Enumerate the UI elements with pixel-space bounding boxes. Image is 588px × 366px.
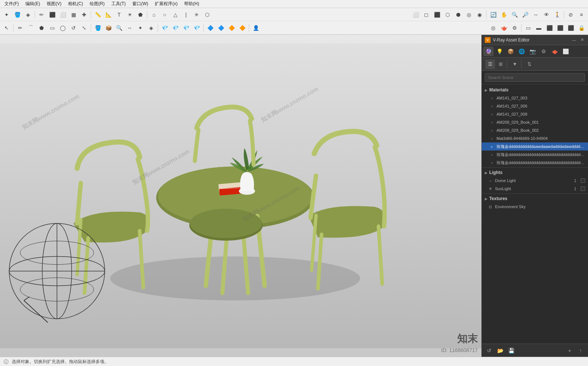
tb-box2[interactable]: ⬜ xyxy=(58,10,68,20)
tb-iso[interactable]: ≡ xyxy=(576,10,587,20)
menu-file[interactable]: 文件(F) xyxy=(1,0,22,8)
tab-camera[interactable]: 📷 xyxy=(527,47,538,56)
tb2-r7[interactable]: ⬛ xyxy=(555,23,565,33)
panel-btn-refresh[interactable]: ↺ xyxy=(485,346,494,355)
menu-edit[interactable]: 编辑(E) xyxy=(22,0,43,8)
tb-protractor[interactable]: 📐 xyxy=(103,10,114,20)
tb-walk[interactable]: 🚶 xyxy=(552,10,562,20)
close-button[interactable]: ✕ xyxy=(579,37,585,43)
dome-light-checkbox[interactable] xyxy=(581,178,585,183)
material-item-7[interactable]: ● 玫瑰金dddddddddddaawdaawdadddadawdddddddd… xyxy=(482,142,588,151)
tb2-select[interactable]: ↖ xyxy=(1,23,12,33)
tb2-r2[interactable]: 🫖 xyxy=(499,23,509,33)
tb-pencil[interactable]: ✏ xyxy=(36,10,47,20)
inner-btn-grid[interactable]: ⊞ xyxy=(496,59,505,69)
tb2-ext4[interactable]: 🔶 xyxy=(237,23,247,33)
panel-btn-upload[interactable]: ↑ xyxy=(576,346,585,355)
tb-c3[interactable]: △ xyxy=(170,10,180,20)
tb2-r6[interactable]: ⬛ xyxy=(544,23,555,33)
inner-btn-sort[interactable]: ⇅ xyxy=(524,59,534,69)
minimize-button[interactable]: — xyxy=(571,37,577,43)
tb-zoom[interactable]: 🔍 xyxy=(509,10,520,20)
tb-r3[interactable]: ⬛ xyxy=(432,10,442,20)
tb-text[interactable]: T xyxy=(114,10,124,20)
tb2-r5[interactable]: ▬ xyxy=(534,23,544,33)
tb2-v2[interactable]: 💎 xyxy=(170,23,180,33)
tab-settings[interactable]: ⚙ xyxy=(538,47,549,56)
material-item-1[interactable]: ○ AM141_027_003 xyxy=(482,94,588,102)
tb-pan[interactable]: ✋ xyxy=(499,10,509,20)
tool-select[interactable]: ✦ xyxy=(1,10,12,20)
menu-camera[interactable]: 相机(C) xyxy=(65,0,86,8)
tab-materials[interactable]: 🔮 xyxy=(483,47,494,56)
tb-c1[interactable]: ⌂ xyxy=(149,10,159,20)
tb-r6[interactable]: ◎ xyxy=(464,10,474,20)
tb-r5[interactable]: ⬢ xyxy=(453,10,463,20)
tb2-user[interactable]: 👤 xyxy=(251,23,261,33)
material-item-3[interactable]: ○ AM141_027_008 xyxy=(482,110,588,118)
menu-extensions[interactable]: 扩展程序(x) xyxy=(152,0,180,8)
tb-orbit[interactable]: 🔄 xyxy=(488,10,498,20)
tb-section[interactable]: ⬟ xyxy=(135,10,146,20)
tb-hide[interactable]: ⊘ xyxy=(566,10,576,20)
tb2-r3[interactable]: ⚙ xyxy=(509,23,520,33)
menu-tools[interactable]: 工具(T) xyxy=(108,0,129,8)
tb2-rotate[interactable]: ↺ xyxy=(68,23,79,33)
tool-erase[interactable]: ◈ xyxy=(23,10,33,20)
tb2-pen[interactable]: ✏ xyxy=(15,23,25,33)
menu-draw[interactable]: 绘图(R) xyxy=(87,0,108,8)
tb2-bucket[interactable]: 🪣 xyxy=(93,23,103,33)
dome-light-item[interactable]: ⌢ Dome Light 1 xyxy=(482,177,588,185)
tb2-comp[interactable]: 📦 xyxy=(103,23,114,33)
tab-lights[interactable]: 💡 xyxy=(494,47,505,56)
textures-collapse-arrow[interactable]: ▶ xyxy=(485,197,487,201)
tb2-v3[interactable]: 💎 xyxy=(181,23,191,33)
tab-environment[interactable]: 🌐 xyxy=(516,47,527,56)
tb2-flip[interactable]: ↔ xyxy=(125,23,135,33)
tb-sun[interactable]: ☀ xyxy=(125,10,135,20)
tb-prev[interactable]: ↔ xyxy=(531,10,541,20)
material-item-5[interactable]: ○ AM208_029_Book_002 xyxy=(482,126,588,134)
menu-help[interactable]: 帮助(H) xyxy=(181,0,202,8)
menu-window[interactable]: 窗口(W) xyxy=(129,0,151,8)
vray-content[interactable]: ▶ Materials ○ AM141_027_003 ○ AM141_027_… xyxy=(482,84,588,344)
tb-r1[interactable]: ⬜ xyxy=(410,10,421,20)
tb2-rect[interactable]: ▭ xyxy=(47,23,57,33)
inner-btn-filter[interactable]: ▼ xyxy=(510,59,520,69)
tab-extra[interactable]: ⬜ xyxy=(560,47,571,56)
tb-move[interactable]: ✚ xyxy=(79,10,89,20)
panel-btn-save[interactable]: 💾 xyxy=(507,346,516,355)
sunlight-checkbox[interactable] xyxy=(581,186,585,191)
tb2-r1[interactable]: ◎ xyxy=(488,23,498,33)
material-item-9[interactable]: ○ 玫瑰金dddddddddddddddddddddddddddddddddd.… xyxy=(482,159,588,167)
material-item-8[interactable]: ○ 玫瑰金dddddddddddddddddddddddddddddddddd.… xyxy=(482,151,588,159)
tb2-scale[interactable]: ⤡ xyxy=(79,23,89,33)
materials-collapse-arrow[interactable]: ▶ xyxy=(485,88,487,92)
tb-c4[interactable]: | xyxy=(181,10,191,20)
tb-box[interactable]: ⬛ xyxy=(47,10,57,20)
material-item-2[interactable]: ○ AM141_027_006 xyxy=(482,102,588,110)
tb-r2[interactable]: ◻ xyxy=(421,10,431,20)
tb2-circle[interactable]: ◯ xyxy=(58,23,68,33)
viewport[interactable]: 知末网www.znzmo.com 知末网www.znzmo.com 知末网www… xyxy=(0,35,481,357)
tb2-lock[interactable]: ✦ xyxy=(135,23,146,33)
environment-sky-item[interactable]: ⊡ Environment Sky xyxy=(482,203,588,211)
tb2-r4[interactable]: ▭ xyxy=(523,23,533,33)
tb-tape[interactable]: 📏 xyxy=(93,10,103,20)
tb-c2[interactable]: ○ xyxy=(159,10,170,20)
tool-paint[interactable]: 🪣 xyxy=(12,10,22,20)
tb-zoom2[interactable]: 🔎 xyxy=(520,10,530,20)
tb2-group[interactable]: 🔍 xyxy=(114,23,124,33)
tb-r7[interactable]: ◉ xyxy=(474,10,485,20)
material-item-6[interactable]: ○ Mat3d66-8446689-10-94904 xyxy=(482,134,588,142)
search-input[interactable] xyxy=(485,73,585,82)
tb2-poly[interactable]: ⬟ xyxy=(36,23,47,33)
tab-render[interactable]: 🫖 xyxy=(549,47,560,56)
panel-btn-add[interactable]: + xyxy=(565,346,574,355)
menu-view[interactable]: 视图(V) xyxy=(44,0,64,8)
tb2-offset[interactable]: ◈ xyxy=(146,23,156,33)
sunlight-item[interactable]: ✳ SunLight 1 xyxy=(482,185,588,193)
panel-btn-open[interactable]: 📂 xyxy=(496,346,505,355)
tb-r4[interactable]: ⬡ xyxy=(442,10,453,20)
tb-c5[interactable]: ✳ xyxy=(191,10,202,20)
